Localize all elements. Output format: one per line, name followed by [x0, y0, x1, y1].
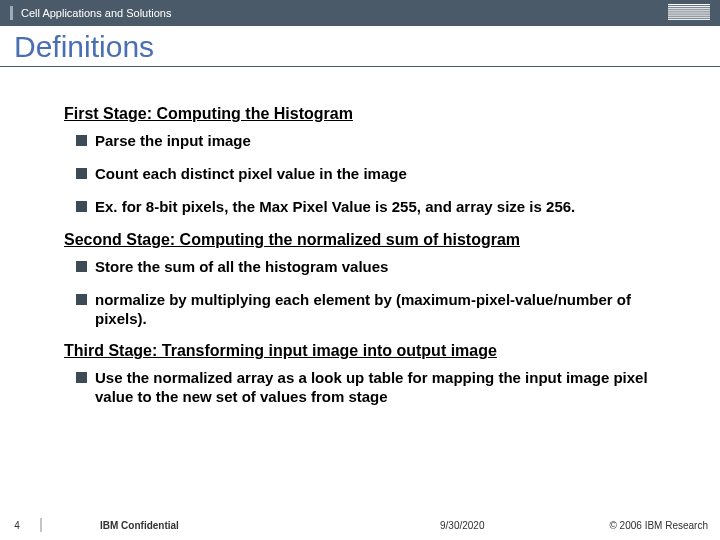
bullet-text: Parse the input image [95, 131, 251, 150]
bullet-icon [76, 135, 87, 146]
svg-rect-1 [668, 6, 710, 7]
footer-confidential: IBM Confidential [100, 520, 179, 531]
footer-copyright: © 2006 IBM Research [609, 520, 708, 531]
bullet-icon [76, 372, 87, 383]
footer-accent [40, 518, 42, 532]
footer-bar: 4 IBM Confidential 9/30/2020 © 2006 IBM … [0, 518, 720, 532]
header-left: Cell Applications and Solutions [10, 6, 171, 20]
ibm-logo-icon [668, 4, 710, 22]
page-title: Definitions [0, 26, 720, 67]
list-item: normalize by multiplying each element by… [76, 290, 670, 328]
bullet-icon [76, 201, 87, 212]
content-area: First Stage: Computing the Histogram Par… [0, 67, 720, 431]
bullet-text: Ex. for 8-bit pixels, the Max Pixel Valu… [95, 197, 575, 216]
page-number: 4 [0, 520, 34, 531]
footer-date: 9/30/2020 [440, 520, 485, 531]
list-item: Ex. for 8-bit pixels, the Max Pixel Valu… [76, 197, 670, 216]
svg-rect-6 [668, 17, 710, 18]
stage3-heading: Third Stage: Transforming input image in… [64, 342, 670, 360]
header-dept: Cell Applications and Solutions [21, 7, 171, 19]
bullet-icon [76, 261, 87, 272]
bullet-icon [76, 168, 87, 179]
bullet-text: Use the normalized array as a look up ta… [95, 368, 670, 406]
svg-rect-2 [668, 8, 710, 9]
header-bar: Cell Applications and Solutions [0, 0, 720, 26]
bullet-icon [76, 294, 87, 305]
list-item: Count each distinct pixel value in the i… [76, 164, 670, 183]
bullet-text: Count each distinct pixel value in the i… [95, 164, 407, 183]
header-accent [10, 6, 13, 20]
stage1-heading: First Stage: Computing the Histogram [64, 105, 670, 123]
stage2-heading: Second Stage: Computing the normalized s… [64, 231, 670, 249]
bullet-text: normalize by multiplying each element by… [95, 290, 670, 328]
svg-rect-5 [668, 15, 710, 16]
bullet-text: Store the sum of all the histogram value… [95, 257, 388, 276]
svg-rect-3 [668, 10, 710, 11]
list-item: Parse the input image [76, 131, 670, 150]
list-item: Use the normalized array as a look up ta… [76, 368, 670, 406]
list-item: Store the sum of all the histogram value… [76, 257, 670, 276]
svg-rect-0 [668, 4, 710, 5]
svg-rect-4 [668, 12, 710, 13]
svg-rect-7 [668, 19, 710, 20]
